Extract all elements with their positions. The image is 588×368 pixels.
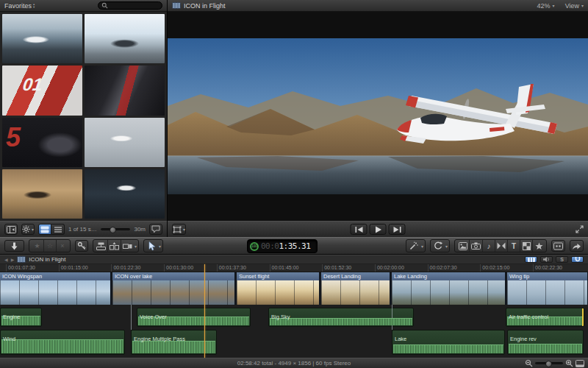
- share-button[interactable]: [570, 240, 584, 252]
- ruler-tick: [270, 264, 270, 272]
- ruler-tick: [322, 264, 323, 272]
- audio-clip-wind[interactable]: Wind: [0, 330, 125, 355]
- primary-storyline: ICON WingspanICON over lakeSunset flight…: [0, 272, 588, 305]
- audio-clip-engine-rev[interactable]: Engine rev: [507, 330, 584, 355]
- enhancements-button[interactable]: [408, 240, 420, 252]
- chevron-down-icon: ▾: [553, 3, 555, 8]
- video-clip-desert-landing[interactable]: Desert Landing: [321, 272, 390, 305]
- search-input[interactable]: [98, 1, 162, 10]
- chevron-down-icon: ▾: [421, 244, 423, 249]
- task-percent: 100: [251, 244, 257, 248]
- ruler-tick: [111, 264, 112, 272]
- timeline-zoom-slider[interactable]: [535, 362, 563, 364]
- transitions-browser-button[interactable]: [495, 240, 507, 252]
- slider-thumb[interactable]: [545, 361, 552, 367]
- audio-clip-engine[interactable]: Engine: [0, 308, 42, 327]
- video-clip-sunset-flight[interactable]: Sunset flight: [237, 272, 320, 305]
- clip-filmstrip: [321, 280, 390, 305]
- timeline-tracks[interactable]: ICON WingspanICON over lakeSunset flight…: [0, 272, 588, 358]
- slider-thumb[interactable]: [110, 227, 116, 233]
- list-view-button[interactable]: [51, 224, 65, 235]
- next-frame-button[interactable]: [389, 224, 406, 235]
- view-mode-segment: [38, 224, 65, 235]
- audio-clip-lake[interactable]: Lake: [392, 330, 505, 355]
- clip-thumbnail-plane-on-water[interactable]: [2, 14, 82, 63]
- video-clip-wing-tip[interactable]: Wing tip: [507, 272, 588, 305]
- retime-button[interactable]: [432, 240, 445, 252]
- zoom-out-icon[interactable]: [525, 359, 533, 367]
- transport-controls: [351, 224, 406, 235]
- clip-thumbnail-plane-in-flight[interactable]: [85, 118, 165, 167]
- clip-thumbnail-dusty-takeoff[interactable]: [2, 169, 82, 219]
- filmstrip-view-button[interactable]: [38, 224, 51, 235]
- generators-browser-button[interactable]: [520, 240, 532, 252]
- themes-browser-button[interactable]: [532, 240, 545, 252]
- solo-toggle[interactable]: S: [556, 256, 568, 263]
- thumbnail-overlay-text: 01: [21, 74, 44, 95]
- clip-thumbnail-plane-over-water[interactable]: [85, 169, 165, 219]
- hide-browser-button[interactable]: [4, 224, 18, 235]
- insert-edit-button[interactable]: [107, 240, 121, 252]
- effects-browser-button[interactable]: [551, 240, 565, 252]
- audio-clip-air-traffic-control[interactable]: Air traffic control: [506, 308, 584, 327]
- camera-import-button[interactable]: [469, 240, 482, 252]
- viewer-view-menu[interactable]: View ▾: [565, 2, 584, 10]
- zoom-in-icon[interactable]: [565, 359, 573, 367]
- import-button[interactable]: [4, 240, 24, 252]
- viewer-canvas[interactable]: [168, 12, 588, 221]
- timeline-zoom-controls: [525, 359, 584, 367]
- video-clip-lake-landing[interactable]: Lake Landing: [392, 272, 506, 305]
- clip-thumbnail-red-01-graphic[interactable]: 01: [2, 66, 82, 115]
- clip-thumbnail-nose-cone-5[interactable]: 5: [2, 118, 82, 167]
- audio-waveform: [393, 344, 503, 353]
- playhead[interactable]: [204, 264, 205, 358]
- history-forward-button[interactable]: ▶: [11, 257, 15, 262]
- fcpx-window: Favorites ▴▾ 015 ▾: [0, 0, 588, 368]
- clip-filmstrip: [507, 280, 587, 305]
- trim-handle[interactable]: [582, 308, 584, 326]
- comment-icon[interactable]: [149, 224, 162, 235]
- music-browser-button[interactable]: ♪: [482, 240, 495, 252]
- clip-filmstrip: [392, 280, 505, 305]
- video-clip-icon-wingspan[interactable]: ICON Wingspan: [0, 272, 111, 305]
- fullscreen-button[interactable]: [576, 225, 584, 233]
- collection-label: Favorites: [4, 2, 32, 10]
- titles-browser-button[interactable]: T: [507, 240, 520, 252]
- toggle-timeline-panel-icon[interactable]: [576, 360, 584, 367]
- transform-crop-button[interactable]: ▾: [172, 224, 186, 235]
- background-tasks-indicator[interactable]: 100: [250, 242, 259, 251]
- timeline-ruler[interactable]: 00:01:07:3000:01:15:0000:01:22:3000:01:3…: [0, 264, 588, 272]
- clip-filmstrip: [0, 280, 110, 305]
- photos-browser-button[interactable]: [456, 240, 469, 252]
- zoom-level-value: 42%: [537, 2, 551, 10]
- clip-name: Lake: [392, 335, 409, 343]
- snapping-toggle[interactable]: [571, 256, 584, 263]
- viewer-zoom-menu[interactable]: 42% ▾: [537, 2, 555, 10]
- select-tool-button[interactable]: [146, 240, 158, 252]
- reject-button[interactable]: ×: [56, 240, 68, 252]
- timeline-header: ◀ ▶ ICON in Flight S: [0, 255, 588, 264]
- video-clip-icon-over-lake[interactable]: ICON over lake: [112, 272, 235, 305]
- clip-thumbnail-dark-fuselage[interactable]: [85, 66, 165, 115]
- keyword-editor-button[interactable]: [75, 240, 88, 252]
- history-back-button[interactable]: ◀: [4, 257, 8, 262]
- connect-edit-button[interactable]: [95, 240, 107, 252]
- append-edit-button[interactable]: [121, 240, 134, 252]
- project-summary: 02:58:42 total - 4949 × 1856 | 60 fps St…: [0, 360, 588, 367]
- thumbnail-duration-slider[interactable]: [101, 228, 131, 230]
- favorite-button[interactable]: ★: [31, 240, 43, 252]
- audio-skimming-toggle[interactable]: [540, 256, 553, 263]
- clip-connection-stem: [131, 305, 132, 330]
- skimming-toggle[interactable]: [525, 256, 537, 263]
- ruler-tick: [533, 264, 534, 272]
- clip-name: Sunset flight: [237, 272, 319, 280]
- dashboard[interactable]: 100 00:01:35.31: [247, 239, 318, 253]
- collection-selector[interactable]: Favorites ▴▾: [4, 2, 35, 10]
- unrate-button[interactable]: ☆: [43, 240, 56, 252]
- clip-thumbnail-plane-on-tarmac[interactable]: [85, 14, 165, 63]
- previous-frame-button[interactable]: [351, 224, 368, 235]
- browser-settings-button[interactable]: ▾: [21, 224, 35, 235]
- audio-clip-voice-over[interactable]: Voice Over: [137, 308, 251, 327]
- clip-badge-icon: [172, 2, 181, 9]
- play-button[interactable]: [370, 224, 387, 235]
